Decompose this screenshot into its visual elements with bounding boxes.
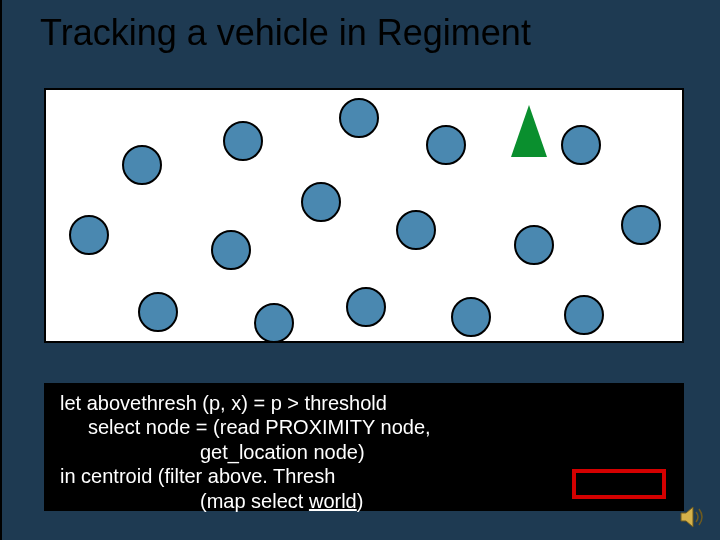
sensor-node [622,206,660,244]
code-text: ) [357,490,364,512]
sensor-node [123,146,161,184]
sensor-node [347,288,385,326]
code-text: (map select [200,490,309,512]
code-text-underlined: world [309,490,357,512]
highlight-box [572,469,666,499]
sensor-node [255,304,293,341]
slide: Tracking a vehicle in Regiment let above… [0,0,720,540]
diagram-svg [46,90,682,341]
speaker-icon [680,506,706,528]
sensor-node [70,216,108,254]
sensor-node [139,293,177,331]
sensor-node [224,122,262,160]
code-line-3: get_location node) [60,440,668,464]
code-line-1: let abovethresh (p, x) = p > threshold [60,391,668,415]
sensor-node [212,231,250,269]
sensor-node [302,183,340,221]
slide-title: Tracking a vehicle in Regiment [2,0,720,54]
sensor-node [515,226,553,264]
sensor-node [565,296,603,334]
code-block: let abovethresh (p, x) = p > threshold s… [44,383,684,511]
code-line-2: select node = (read PROXIMITY node, [60,415,668,439]
sensor-node [397,211,435,249]
sensor-node [452,298,490,336]
sensor-node [340,99,378,137]
sensor-node [562,126,600,164]
vehicle-marker [511,105,547,157]
sensor-node [427,126,465,164]
diagram-area [44,88,684,343]
